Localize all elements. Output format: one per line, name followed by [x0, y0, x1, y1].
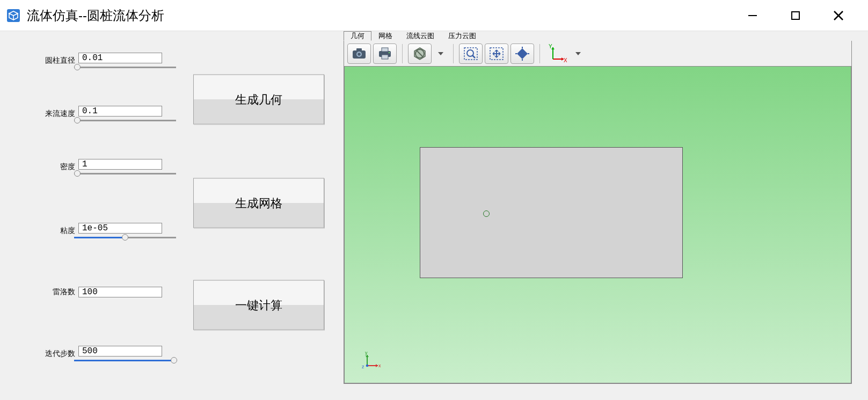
titlebar: 流体仿真--圆桩流体分析: [0, 0, 868, 31]
viewport-toolbar: X Y: [344, 41, 852, 67]
density-label: 密度: [43, 162, 75, 172]
diameter-slider[interactable]: [74, 67, 176, 68]
svg-rect-10: [382, 48, 388, 52]
viscosity-input[interactable]: 1e-05: [78, 223, 162, 234]
density-slider[interactable]: [74, 173, 176, 174]
param-steps: 迭代步数 500: [43, 346, 333, 361]
geometry-viewport[interactable]: x y z: [344, 67, 852, 384]
steps-input[interactable]: 500: [78, 346, 162, 357]
toolbar-separator: [402, 44, 403, 63]
svg-text:x: x: [378, 363, 381, 368]
fit-view-icon[interactable]: [485, 43, 508, 64]
close-button[interactable]: [830, 8, 847, 24]
velocity-label: 来流速度: [43, 109, 75, 119]
param-diameter: 圆柱直径 0.01: [43, 53, 333, 68]
diameter-input[interactable]: 0.01: [78, 53, 162, 63]
diameter-label: 圆柱直径: [43, 56, 75, 66]
axis-dropdown[interactable]: [571, 43, 585, 64]
svg-line-18: [472, 55, 475, 58]
tab-pressure[interactable]: 压力云图: [441, 31, 483, 41]
steps-label: 迭代步数: [43, 349, 75, 359]
velocity-slider[interactable]: [74, 120, 176, 121]
view-tabs: 几何 网格 流线云图 压力云图: [344, 31, 852, 41]
svg-marker-20: [517, 48, 528, 59]
tab-streamline[interactable]: 流线云图: [399, 31, 441, 41]
domain-rectangle: [420, 147, 683, 278]
window-title: 流体仿真--圆桩流体分析: [27, 7, 745, 24]
reynolds-label: 雷洛数: [43, 287, 75, 297]
maximize-button[interactable]: [787, 8, 804, 24]
parameters-panel: 圆柱直径 0.01 来流速度 0.1 密度 1 粘度 1e-05: [0, 31, 344, 400]
generate-mesh-button[interactable]: 生成网格: [193, 178, 324, 228]
minimize-button[interactable]: [745, 8, 761, 24]
block-icon[interactable]: [408, 43, 432, 64]
velocity-input[interactable]: 0.1: [78, 106, 162, 117]
svg-rect-6: [356, 48, 362, 51]
steps-slider[interactable]: [74, 360, 176, 361]
expand-icon[interactable]: [510, 43, 534, 64]
tab-geometry[interactable]: 几何: [344, 31, 371, 41]
svg-text:Y: Y: [549, 44, 552, 49]
toolbar-separator: [453, 44, 454, 63]
generate-geometry-button[interactable]: 生成几何: [193, 75, 324, 125]
svg-text:y: y: [365, 351, 368, 355]
svg-point-31: [366, 365, 369, 367]
svg-text:z: z: [362, 364, 364, 369]
one-click-calc-button[interactable]: 一键计算: [193, 280, 324, 330]
density-input[interactable]: 1: [78, 159, 162, 170]
svg-text:X: X: [564, 57, 567, 63]
main-area: 圆柱直径 0.01 来流速度 0.1 密度 1 粘度 1e-05: [0, 31, 868, 400]
svg-rect-11: [382, 55, 388, 59]
param-density: 密度 1: [43, 159, 333, 174]
axis-triad-icon: x y z: [361, 351, 382, 374]
block-dropdown[interactable]: [434, 43, 448, 64]
toolbar-separator: [539, 44, 540, 63]
app-icon: [5, 8, 21, 24]
viscosity-slider[interactable]: [74, 237, 176, 238]
camera-icon[interactable]: [347, 43, 371, 64]
cylinder-geometry: [483, 210, 490, 217]
svg-rect-2: [792, 12, 799, 19]
svg-marker-28: [376, 364, 378, 367]
window-controls: [745, 8, 863, 24]
tab-mesh[interactable]: 网格: [371, 31, 399, 41]
viewport-panel: 几何 网格 流线云图 压力云图: [344, 31, 868, 400]
axis-orientation-icon[interactable]: X Y: [545, 43, 569, 64]
print-icon[interactable]: [373, 43, 397, 64]
viscosity-label: 粘度: [43, 226, 75, 236]
svg-point-12: [389, 52, 390, 53]
svg-point-8: [358, 53, 361, 56]
reynolds-input[interactable]: 100: [78, 287, 162, 297]
zoom-area-icon[interactable]: [459, 43, 483, 64]
